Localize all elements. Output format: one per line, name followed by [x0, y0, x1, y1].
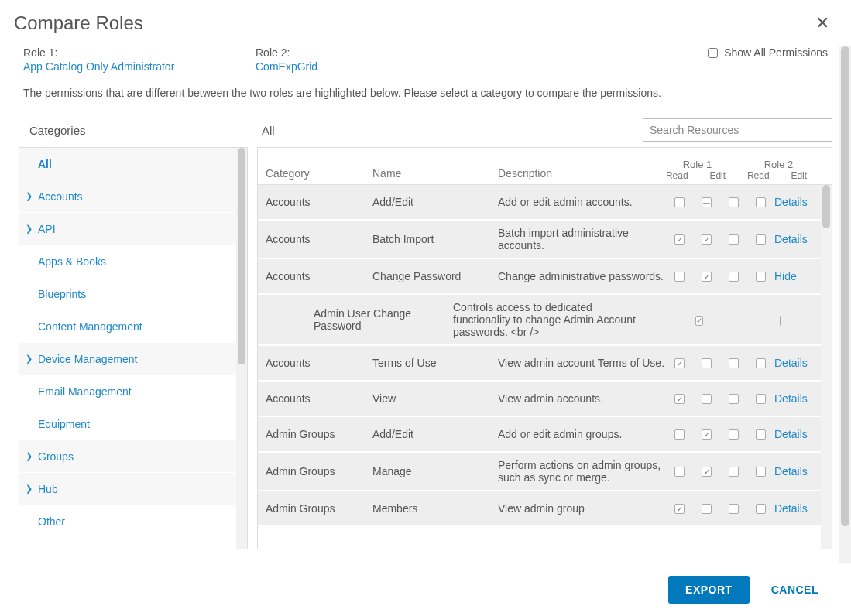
modal-scrollbar[interactable]	[839, 46, 851, 563]
categories-scrollbar[interactable]	[236, 148, 247, 549]
modal-body-scroll: Role 1: App Catalog Only Administrator R…	[9, 46, 842, 563]
row-category: Accounts	[258, 357, 372, 369]
details-link[interactable]: Details	[774, 465, 808, 477]
category-label: API	[38, 223, 56, 235]
row-checks	[666, 467, 774, 477]
permission-checkbox[interactable]	[729, 197, 739, 207]
permission-checkbox[interactable]	[674, 467, 685, 477]
details-link[interactable]: Details	[774, 392, 808, 405]
table-row: Admin GroupsManagePerform actions on adm…	[258, 453, 821, 491]
col-header-role2: Role 2	[752, 159, 806, 170]
permission-checkbox[interactable]	[756, 358, 766, 368]
category-item[interactable]: Content Management	[19, 310, 236, 343]
row-description: View admin group	[498, 502, 666, 515]
chevron-right-icon: ❯	[26, 224, 35, 234]
permissions-scroll-thumb[interactable]	[822, 185, 830, 228]
details-link[interactable]: Details	[774, 196, 808, 208]
col-header-name: Name	[372, 167, 498, 184]
permission-checkbox[interactable]	[756, 504, 766, 514]
show-all-permissions-checkbox[interactable]	[708, 48, 718, 58]
table-row: Admin User Change PasswordControls acces…	[258, 295, 821, 346]
permissions-rows[interactable]: AccountsAdd/EditAdd or edit admin accoun…	[258, 185, 821, 549]
category-item[interactable]: ❯Device Management	[19, 343, 236, 375]
row-checks	[666, 234, 774, 245]
permission-checkbox[interactable]	[729, 467, 739, 477]
col-header-r2-edit: Edit	[788, 170, 811, 181]
category-label: Blueprints	[38, 288, 86, 300]
permission-checkbox[interactable]	[702, 504, 712, 514]
category-item[interactable]: Apps & Books	[19, 245, 236, 278]
row-description: Add or edit admin accounts.	[498, 196, 666, 208]
permission-checkbox[interactable]	[674, 234, 685, 245]
permission-checkbox[interactable]	[756, 467, 766, 477]
row-category: Admin Groups	[258, 502, 372, 515]
permission-checkbox[interactable]	[702, 272, 712, 282]
row-description: Perform actions on admin groups, such as…	[498, 459, 666, 484]
chevron-right-icon: ❯	[26, 451, 35, 461]
search-input[interactable]	[643, 118, 832, 142]
permission-checkbox[interactable]	[702, 429, 712, 440]
permissions-scrollbar[interactable]	[821, 185, 832, 549]
row-category: Accounts	[258, 392, 372, 405]
category-item[interactable]: Equipment	[19, 408, 236, 440]
category-item[interactable]: ❯Accounts	[19, 180, 236, 213]
role1-name[interactable]: App Catalog Only Administrator	[23, 60, 256, 73]
permission-checkbox[interactable]	[674, 197, 685, 207]
category-item[interactable]: Other	[19, 505, 236, 538]
categories-header: Categories	[19, 113, 248, 147]
permission-checkbox[interactable]	[729, 234, 739, 245]
sub-checks	[658, 313, 821, 326]
category-item[interactable]: ❯API	[19, 213, 236, 245]
roles-header-row: Role 1: App Catalog Only Administrator R…	[15, 46, 836, 73]
permission-checkbox[interactable]	[780, 316, 781, 326]
categories-label: Categories	[19, 124, 86, 137]
row-description: View admin account Terms of Use.	[498, 357, 666, 369]
permission-checkbox[interactable]	[756, 234, 766, 245]
category-item[interactable]: All	[19, 148, 236, 180]
table-row: Admin GroupsAdd/EditAdd or edit admin gr…	[258, 417, 821, 453]
category-item[interactable]: ❯Groups	[19, 440, 236, 473]
role2-name[interactable]: ComExpGrid	[256, 60, 488, 73]
export-button[interactable]: EXPORT	[668, 576, 750, 604]
row-description: View admin accounts.	[498, 392, 666, 405]
permission-checkbox[interactable]	[756, 429, 766, 440]
category-label: Equipment	[38, 418, 90, 430]
permission-checkbox[interactable]	[674, 272, 685, 282]
permissions-column: All Category Name Description Role 1 Rol…	[257, 113, 832, 549]
hide-link[interactable]: Hide	[774, 270, 797, 282]
close-icon[interactable]: ✕	[815, 15, 829, 32]
category-label: Hub	[38, 483, 58, 495]
permission-checkbox[interactable]	[729, 358, 739, 368]
modal-scroll-thumb[interactable]	[841, 46, 849, 526]
category-item[interactable]: Blueprints	[19, 278, 236, 310]
permission-checkbox[interactable]	[695, 316, 703, 326]
row-description: Batch import administrative accounts.	[498, 227, 666, 252]
categories-list[interactable]: All❯Accounts❯APIApps & BooksBlueprintsCo…	[19, 148, 236, 549]
permission-checkbox[interactable]	[702, 394, 712, 404]
permission-checkbox[interactable]	[674, 504, 685, 514]
permission-checkbox[interactable]	[674, 394, 685, 404]
permission-checkbox[interactable]	[702, 358, 712, 368]
permission-checkbox[interactable]	[729, 394, 739, 404]
permission-checkbox[interactable]	[729, 429, 739, 440]
permission-checkbox[interactable]	[702, 467, 712, 477]
permission-checkbox[interactable]	[674, 358, 685, 368]
cancel-button[interactable]: CANCEL	[771, 583, 818, 596]
details-link[interactable]: Details	[774, 428, 808, 440]
permission-checkbox[interactable]	[756, 197, 766, 207]
permission-checkbox[interactable]	[674, 429, 685, 440]
permission-checkbox[interactable]	[702, 197, 712, 207]
permission-checkbox[interactable]	[702, 234, 712, 245]
category-item[interactable]: Email Management	[19, 375, 236, 408]
details-link[interactable]: Details	[774, 233, 808, 245]
categories-scroll-thumb[interactable]	[238, 148, 245, 364]
category-item[interactable]: ❯Hub	[19, 473, 236, 505]
permission-checkbox[interactable]	[729, 272, 739, 282]
details-link[interactable]: Details	[774, 502, 808, 515]
row-name: View	[372, 392, 498, 405]
permission-checkbox[interactable]	[756, 394, 766, 404]
permission-checkbox[interactable]	[729, 504, 739, 514]
details-link[interactable]: Details	[774, 357, 808, 369]
permission-checkbox[interactable]	[756, 272, 766, 282]
row-checks	[666, 504, 774, 514]
